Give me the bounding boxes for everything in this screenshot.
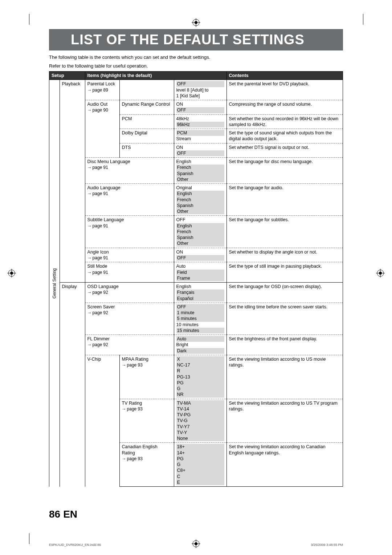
option-value: Français xyxy=(176,289,224,295)
page-title: LIST OF THE DEFAULT SETTINGS xyxy=(49,29,343,50)
option-value: Auto xyxy=(176,263,224,269)
values-cell: OFFlevel 8 [Adult] to1 [Kid Safe] xyxy=(174,80,226,100)
registration-mark-icon xyxy=(192,18,200,28)
option-value: 96kHz xyxy=(176,122,224,127)
option-value: 1 minute xyxy=(176,310,224,316)
header-setup: Setup xyxy=(49,72,85,80)
footer-filename: E9PKAUD_DVR620KU_EN.indd 86 xyxy=(49,543,101,547)
option-value: level 8 [Adult] to xyxy=(176,87,224,93)
contents-cell: Set the viewing limitation according to … xyxy=(226,443,343,487)
option-value: OFF xyxy=(176,81,224,87)
header-contents: Contents xyxy=(226,72,343,80)
footer-timestamp: 3/25/2009 3:48:55 PM xyxy=(311,543,343,547)
option-value: 18+ xyxy=(176,444,224,450)
table-row: Audio Languagepage 91OriginalEnglishFren… xyxy=(49,184,343,216)
values-cell: ONOFF xyxy=(174,248,226,262)
option-value: Other xyxy=(176,208,224,214)
registration-mark-icon xyxy=(192,539,200,549)
values-cell: 18+14+PGGC8+CE xyxy=(174,443,226,487)
crop-mark xyxy=(29,14,29,25)
option-value: Stream xyxy=(176,136,224,142)
option-value: Other xyxy=(176,177,224,182)
contents-cell: Set whether the sound recorded in 96kHz … xyxy=(226,114,343,129)
option-value: Dark xyxy=(176,348,224,354)
option-value: OFF xyxy=(176,107,224,113)
values-cell: ONOFF xyxy=(174,100,226,115)
option-value: NR xyxy=(176,392,224,397)
values-cell: PCMStream xyxy=(174,129,226,143)
item-cell: Screen Saverpage 92 xyxy=(85,303,174,335)
option-value: TV-G xyxy=(176,418,224,424)
sub-item-cell: Dolby Digital xyxy=(119,129,174,143)
option-value: Español xyxy=(176,296,224,301)
option-value: English xyxy=(176,284,224,289)
option-value: E xyxy=(176,479,224,485)
page-number-value: 86 xyxy=(49,509,60,520)
contents-cell: Set the viewing limitation according to … xyxy=(226,355,343,399)
option-value: Spanish xyxy=(176,235,224,240)
table-row: Subtitle Languagepage 91OFFEnglishFrench… xyxy=(49,216,343,248)
option-value: ON xyxy=(176,249,224,255)
option-value: R xyxy=(176,368,224,374)
crop-mark xyxy=(29,533,29,544)
option-value: 15 minutes xyxy=(176,328,224,333)
table-row: V-ChipMPAA Ratingpage 93XNC-17RPG-13PGGN… xyxy=(49,355,343,399)
item-cell: Still Modepage 91 xyxy=(85,262,174,283)
values-cell: EnglishFrenchSpanishOther xyxy=(174,158,226,184)
sub-item-cell: DTS xyxy=(119,143,174,158)
contents-cell: Set the language for audio. xyxy=(226,184,343,216)
item-cell: V-Chip xyxy=(85,355,119,486)
option-value: TV-MA xyxy=(176,400,224,406)
option-value: PCM xyxy=(176,130,224,136)
section-display: Display xyxy=(60,283,85,487)
values-cell: OFF1 minute5 minutes10 minutes15 minutes xyxy=(174,303,226,335)
option-value: Frame xyxy=(176,275,224,281)
values-cell: EnglishFrançaisEspañol xyxy=(174,283,226,303)
table-header-row: Setup Items (highlight is the default) C… xyxy=(49,72,343,80)
option-value: None xyxy=(176,436,224,441)
option-value: TV-14 xyxy=(176,406,224,412)
values-cell: XNC-17RPG-13PGGNR xyxy=(174,355,226,399)
option-value: French xyxy=(176,197,224,203)
contents-cell: Set the parental level for DVD playback. xyxy=(226,80,343,100)
option-value: TV-PG xyxy=(176,412,224,418)
page-number: 86EN xyxy=(49,509,77,520)
option-value: G xyxy=(176,386,224,392)
contents-cell: Set the brightness of the front panel di… xyxy=(226,335,343,355)
option-value: PG xyxy=(176,380,224,386)
option-value: ON xyxy=(176,101,224,107)
table-row: General SettingPlaybackParental Lockpage… xyxy=(49,80,343,100)
item-cell: Subtitle Languagepage 91 xyxy=(85,216,174,248)
table-row: Audio Outpage 90Dynamic Range ControlONO… xyxy=(49,100,343,115)
table-row: Disc Menu Languagepage 91EnglishFrenchSp… xyxy=(49,158,343,184)
values-cell: TV-MATV-14TV-PGTV-GTV-Y7TV-YNone xyxy=(174,399,226,443)
option-value: Other xyxy=(176,240,224,246)
option-value: 14+ xyxy=(176,450,224,456)
option-value: PG-13 xyxy=(176,374,224,380)
sub-item-cell: TV Ratingpage 93 xyxy=(119,399,174,443)
option-value: C xyxy=(176,474,224,479)
settings-table: Setup Items (highlight is the default) C… xyxy=(49,71,343,487)
option-value: English xyxy=(176,223,224,229)
contents-cell: Set the language for OSD (on-screen disp… xyxy=(226,283,343,303)
table-row: FL Dimmerpage 92AutoBrightDarkSet the br… xyxy=(49,335,343,355)
registration-mark-icon xyxy=(376,269,385,279)
option-value: 48kHz xyxy=(176,116,224,122)
contents-cell: Set the type of still image in pausing p… xyxy=(226,262,343,283)
option-value: 1 [Kid Safe] xyxy=(176,93,224,99)
option-value: Auto xyxy=(176,336,224,342)
registration-mark-icon xyxy=(7,269,16,279)
option-value: Original xyxy=(176,185,224,191)
option-value: English xyxy=(176,191,224,197)
sub-item-cell: PCM xyxy=(119,114,174,129)
option-value: English xyxy=(176,159,224,165)
option-value: C8+ xyxy=(176,467,224,473)
page-lang: EN xyxy=(63,509,77,520)
option-value: French xyxy=(176,229,224,235)
option-value: PG xyxy=(176,456,224,462)
header-items: Items (highlight is the default) xyxy=(85,72,226,80)
option-value: Spanish xyxy=(176,171,224,177)
general-setting-label: General Setting xyxy=(49,80,60,487)
option-value: Bright xyxy=(176,342,224,348)
contents-cell: Set the language for subtitles. xyxy=(226,216,343,248)
